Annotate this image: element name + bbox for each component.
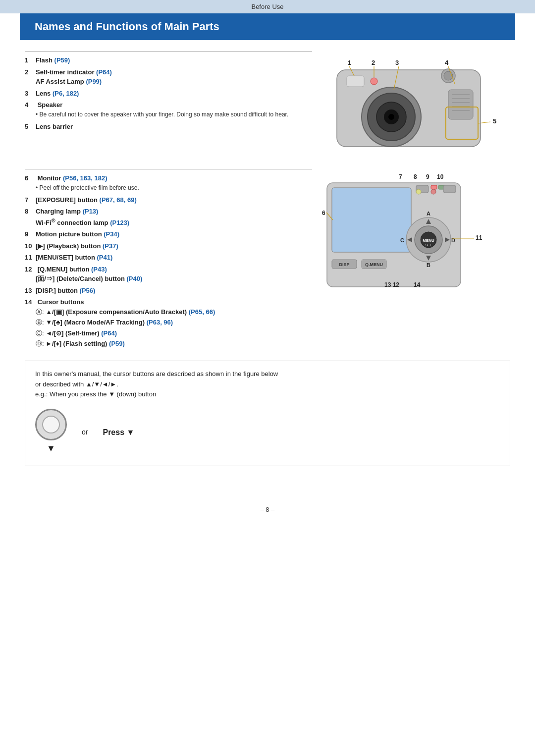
svg-text:Q.MENU: Q.MENU xyxy=(365,262,383,267)
section1-right: 1 2 3 4 5 xyxy=(322,45,510,158)
section2-right: MENU SET A B C D DISP xyxy=(322,163,510,352)
section1-left: 1 Flash (P59) 2 Self-timer indicator (P6… xyxy=(25,45,312,158)
info-box-row: ▼ or Press ▼ xyxy=(35,409,500,456)
svg-text:DISP: DISP xyxy=(339,262,349,267)
svg-text:11: 11 xyxy=(476,234,482,241)
svg-text:3: 3 xyxy=(395,59,399,66)
svg-text:10: 10 xyxy=(437,173,444,180)
svg-text:2: 2 xyxy=(372,59,375,66)
svg-text:13 12: 13 12 xyxy=(384,281,399,288)
svg-text:D: D xyxy=(451,237,455,243)
list-item: 5 Lens barrier xyxy=(25,122,312,132)
list-item: 1 Flash (P59) xyxy=(25,55,312,65)
svg-text:A: A xyxy=(427,211,430,216)
svg-rect-8 xyxy=(448,90,473,119)
section2-area: 6 Monitor (P56, 163, 182) Peel off the p… xyxy=(25,163,510,352)
top-bar: Before Use xyxy=(0,0,535,13)
list-item: 9 Motion picture button (P34) xyxy=(25,229,312,239)
info-text1: In this owner's manual, the cursor butto… xyxy=(35,369,500,379)
svg-text:5: 5 xyxy=(493,117,496,125)
list-item: 13 [DISP.] button (P56) xyxy=(25,286,312,296)
list-item: 11 [MENU/SET] button (P41) xyxy=(25,253,312,263)
page-wrapper: Before Use Names and Functions of Main P… xyxy=(0,0,535,756)
list-item: 8 Charging lamp (P13) Wi-Fi® connection … xyxy=(25,207,312,227)
cursor-circle-button xyxy=(35,409,67,440)
svg-text:B: B xyxy=(427,262,430,268)
svg-text:8: 8 xyxy=(414,173,417,180)
svg-point-16 xyxy=(444,71,453,80)
list-item: 3 Lens (P6, 182) xyxy=(25,89,312,99)
main-content: 1 Flash (P59) 2 Self-timer indicator (P6… xyxy=(0,40,535,486)
list-item: 10 [▶] (Playback) button (P37) xyxy=(25,241,312,251)
svg-rect-30 xyxy=(431,185,437,189)
press-label: Press ▼ xyxy=(103,426,134,439)
list-item: 7 [EXPOSURE] button (P67, 68, 69) xyxy=(25,195,312,205)
info-text2: or described with ▲/▼/◄/►. xyxy=(35,379,500,390)
list-item: 2 Self-timer indicator (P64) AF Assist L… xyxy=(25,67,312,87)
or-label: or xyxy=(82,427,88,437)
section2-left: 6 Monitor (P56, 163, 182) Peel off the p… xyxy=(25,163,312,352)
list-item: 4 Speaker Be careful not to cover the sp… xyxy=(25,100,312,120)
camera-top-diagram: 1 2 3 4 5 xyxy=(322,50,510,158)
svg-text:6: 6 xyxy=(322,210,325,216)
svg-point-7 xyxy=(371,78,377,85)
svg-text:14: 14 xyxy=(414,281,421,288)
camera-top-svg: 1 2 3 4 5 xyxy=(322,50,500,157)
page-number: – 8 – xyxy=(0,506,535,513)
svg-rect-32 xyxy=(443,185,456,193)
info-text3: e.g.: When you press the ▼ (down) button xyxy=(35,389,500,400)
circle-button-container: ▼ xyxy=(35,409,67,456)
camera-back-svg: MENU SET A B C D DISP xyxy=(322,168,505,312)
page-title: Names and Functions of Main Parts xyxy=(35,20,500,33)
svg-text:1: 1 xyxy=(348,59,351,66)
svg-point-61 xyxy=(431,189,436,194)
section2-list: 6 Monitor (P56, 163, 182) Peel off the p… xyxy=(25,173,312,350)
svg-text:9: 9 xyxy=(426,173,429,180)
svg-text:MENU: MENU xyxy=(423,238,434,243)
svg-text:7: 7 xyxy=(399,173,402,180)
arrow-down-indicator: ▼ xyxy=(47,441,55,456)
svg-text:C: C xyxy=(400,237,404,243)
svg-rect-28 xyxy=(332,188,411,252)
info-box: In this owner's manual, the cursor butto… xyxy=(25,361,510,466)
list-item: 14 Cursor buttons Ⓐ: ▲/[▣] (Exposure com… xyxy=(25,297,312,350)
svg-text:4: 4 xyxy=(445,59,449,66)
svg-point-5 xyxy=(388,114,394,120)
svg-text:SET: SET xyxy=(425,243,432,247)
list-item: 12 [Q.MENU] button (P43) [面/⇒] (Delete/C… xyxy=(25,265,312,284)
section1-area: 1 Flash (P59) 2 Self-timer indicator (P6… xyxy=(25,45,510,158)
svg-point-60 xyxy=(416,189,421,194)
list-item: 6 Monitor (P56, 163, 182) Peel off the p… xyxy=(25,173,312,193)
svg-rect-6 xyxy=(347,76,364,87)
camera-back-diagram: MENU SET A B C D DISP xyxy=(322,168,510,313)
top-label: Before Use xyxy=(251,3,283,10)
section1-list: 1 Flash (P59) 2 Self-timer indicator (P6… xyxy=(25,55,312,131)
